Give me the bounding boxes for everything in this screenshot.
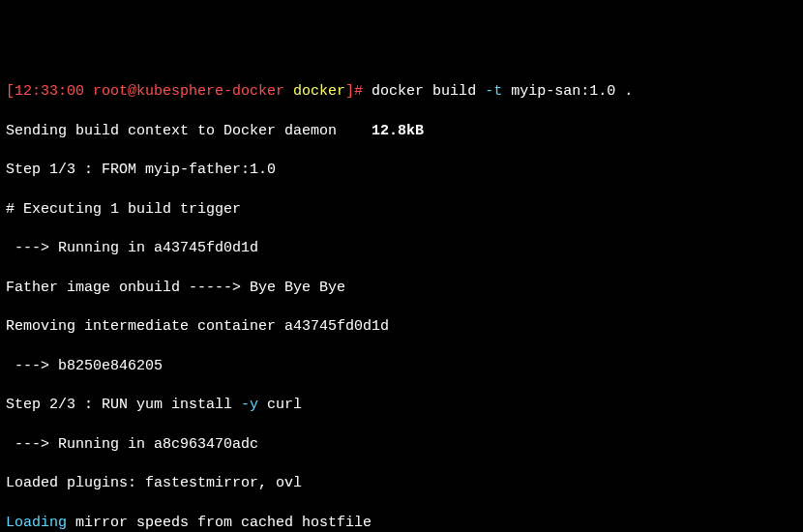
output-line: Step 1/3 : FROM myip-father:1.0: [6, 161, 797, 180]
output-line: Loading mirror speeds from cached hostfi…: [6, 514, 797, 533]
prompt-cwd: docker: [293, 83, 345, 100]
output-line: ---> Running in a43745fd0d1d: [6, 239, 797, 258]
output-line: ---> Running in a8c963470adc: [6, 435, 797, 455]
size-text: 12.8kB: [372, 123, 424, 139]
output-line: # Executing 1 build trigger: [6, 200, 797, 220]
prompt-userhost: root@kubesphere-docker: [84, 83, 293, 100]
prompt-rbracket: ]#: [345, 83, 372, 100]
flag-text: -y: [241, 397, 258, 413]
output-line: Sending build context to Docker daemon 1…: [6, 122, 797, 141]
output-line: Loaded plugins: fastestmirror, ovl: [6, 474, 797, 493]
output-line: ---> b8250e846205: [6, 357, 797, 376]
command-prefix: docker build: [372, 83, 485, 100]
output-line: Step 2/3 : RUN yum install -y curl: [6, 396, 797, 415]
text: curl: [258, 397, 302, 413]
prompt-line: [12:33:00 root@kubesphere-docker docker]…: [6, 82, 797, 102]
loading-text: Loading: [6, 515, 67, 531]
prompt-time: 12:33:00: [15, 83, 84, 100]
text: Sending build context to Docker daemon: [6, 123, 372, 139]
prompt-lbracket: [: [6, 83, 15, 100]
command-rest: myip-san:1.0 .: [502, 83, 633, 100]
text: Step 2/3 : RUN yum install: [6, 397, 241, 413]
output-line: Father image onbuild -----> Bye Bye Bye: [6, 279, 797, 298]
text: mirror speeds from cached hostfile: [67, 515, 372, 531]
output-line: Removing intermediate container a43745fd…: [6, 317, 797, 337]
command-flag: -t: [485, 83, 502, 100]
